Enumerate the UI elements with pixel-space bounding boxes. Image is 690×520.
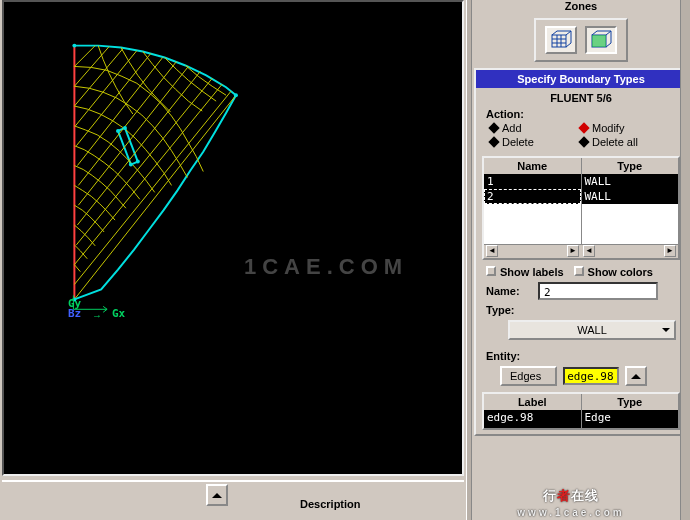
svg-line-12 xyxy=(74,46,95,67)
table-row[interactable]: 1 xyxy=(484,174,581,189)
svg-rect-38 xyxy=(592,35,606,47)
axis-label-bz: Bz xyxy=(68,307,81,320)
action-label: Action: xyxy=(486,108,676,120)
table-row[interactable]: 2 xyxy=(484,189,581,204)
svg-line-0 xyxy=(74,95,236,299)
status-bar xyxy=(2,480,464,518)
svg-point-17 xyxy=(123,126,127,130)
zones-title: Zones xyxy=(472,0,690,12)
svg-line-1 xyxy=(74,91,231,284)
arrow-up-icon xyxy=(212,488,222,498)
type-field-label: Type: xyxy=(486,304,530,316)
scroll-left-icon[interactable]: ◄ xyxy=(486,245,498,257)
radio-add-label: Add xyxy=(502,122,522,134)
svg-line-24 xyxy=(566,31,571,35)
axis-label-gx: Gx xyxy=(112,307,125,320)
type-dropdown[interactable]: WALL xyxy=(508,320,676,340)
svg-line-7 xyxy=(77,58,162,166)
scroll-left-icon[interactable]: ◄ xyxy=(583,245,595,257)
table-row[interactable]: WALL xyxy=(582,174,679,189)
right-panel: Zones xyxy=(472,0,690,520)
radio-add[interactable]: Add xyxy=(490,122,580,134)
right-scrollbar[interactable] xyxy=(680,0,690,520)
description-label: Description xyxy=(300,498,361,510)
arrow-up-icon xyxy=(631,369,641,379)
list-scrollbars: ◄► ◄► xyxy=(484,244,678,258)
show-colors-checkbox[interactable]: Show colors xyxy=(574,266,653,278)
svg-point-14 xyxy=(234,93,238,97)
svg-rect-22 xyxy=(552,35,566,47)
table-row[interactable]: WALL xyxy=(582,189,679,204)
show-labels-label: Show labels xyxy=(500,266,564,278)
entity-pick-input[interactable]: edge.98 xyxy=(563,367,619,385)
panel-title: Specify Boundary Types xyxy=(476,70,686,88)
type-dropdown-value: WALL xyxy=(577,324,607,336)
chevron-down-icon xyxy=(662,328,670,336)
svg-point-13 xyxy=(72,44,76,48)
svg-line-25 xyxy=(566,43,571,47)
viewport-watermark: 1CAE.COM xyxy=(244,254,408,280)
name-column[interactable]: 1 2 xyxy=(484,174,582,244)
radio-modify[interactable]: Modify xyxy=(580,122,690,134)
entity-sublist: Label Type edge.98 Edge xyxy=(482,392,680,430)
zones-toolbar xyxy=(534,18,628,62)
cube-mesh-icon xyxy=(549,29,573,51)
mesh-viewport[interactable]: Gy Bz Gx → 1CAE.COM xyxy=(2,0,464,476)
sublist-label-row[interactable]: edge.98 xyxy=(484,410,582,428)
col-header-type: Type xyxy=(582,158,679,174)
svg-point-16 xyxy=(116,129,120,133)
entity-kind-dropdown[interactable]: Edges xyxy=(500,366,557,386)
svg-line-23 xyxy=(552,31,557,35)
entity-label: Entity: xyxy=(476,346,686,364)
zone-boundary-button[interactable] xyxy=(585,26,617,54)
zone-continuum-button[interactable] xyxy=(545,26,577,54)
radio-delete[interactable]: Delete xyxy=(490,136,580,148)
col-header-name: Name xyxy=(484,158,582,174)
svg-point-19 xyxy=(136,160,140,164)
subcol-label: Label xyxy=(484,394,582,410)
command-arrow-button[interactable] xyxy=(206,484,228,506)
radio-delete-all-label: Delete all xyxy=(592,136,638,148)
radio-delete-label: Delete xyxy=(502,136,534,148)
type-column[interactable]: WALL WALL xyxy=(582,174,679,244)
svg-line-34 xyxy=(606,31,611,35)
axis-arrow-icon: → xyxy=(92,310,102,321)
svg-point-18 xyxy=(129,163,133,167)
solver-label: FLUENT 5/6 xyxy=(476,92,686,104)
sublist-type-row[interactable]: Edge xyxy=(582,410,679,428)
svg-line-33 xyxy=(592,31,597,35)
scroll-right-icon[interactable]: ► xyxy=(567,245,579,257)
svg-line-6 xyxy=(78,61,176,185)
cube-face-icon xyxy=(589,29,613,51)
show-colors-label: Show colors xyxy=(588,266,653,278)
svg-line-5 xyxy=(78,66,188,205)
scroll-right-icon[interactable]: ► xyxy=(664,245,676,257)
svg-line-9 xyxy=(75,51,136,126)
boundary-types-panel: Specify Boundary Types FLUENT 5/6 Action… xyxy=(474,68,688,436)
radio-delete-all[interactable]: Delete all xyxy=(580,136,690,148)
name-field-label: Name: xyxy=(486,285,530,297)
svg-line-2 xyxy=(74,84,222,264)
entity-pickup-button[interactable] xyxy=(625,366,647,386)
name-input[interactable]: 2 xyxy=(538,282,658,300)
radio-modify-label: Modify xyxy=(592,122,624,134)
show-labels-checkbox[interactable]: Show labels xyxy=(486,266,564,278)
svg-line-35 xyxy=(606,43,611,47)
mesh-canvas xyxy=(4,2,462,474)
entity-kind-value: Edges xyxy=(510,370,541,382)
subcol-type: Type xyxy=(582,394,679,410)
boundary-list: Name Type 1 2 WALL WALL ◄► ◄► xyxy=(482,156,680,260)
